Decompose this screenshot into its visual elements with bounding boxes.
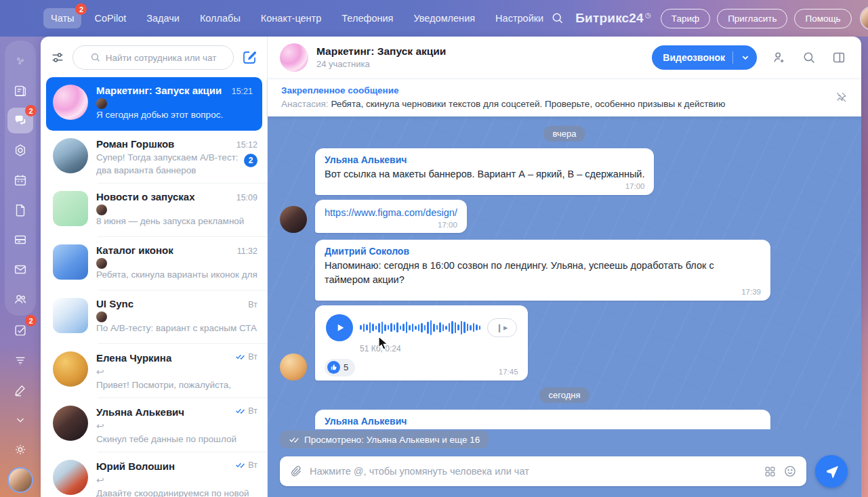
sidebar-item-sites[interactable] — [7, 137, 33, 163]
play-button[interactable] — [326, 314, 353, 341]
chevron-down-icon[interactable] — [738, 50, 753, 65]
seen-row: Просмотрено: Ульяна Алькевич и еще 16 — [268, 429, 861, 454]
sidebar-item-crm[interactable] — [7, 347, 33, 373]
message-author[interactable]: Ульяна Алькевич — [325, 416, 761, 427]
figma-link[interactable]: https://www.figma.com/design/ — [325, 207, 457, 218]
playback-speed-button[interactable]: ❙▸ — [487, 318, 517, 337]
chat-list-item[interactable]: UI SyncВтПо А/В-тесту: вариант с красным… — [41, 290, 267, 344]
double-check-icon — [235, 406, 245, 416]
attach-icon[interactable] — [289, 464, 303, 478]
message-time: 17:45 — [499, 368, 518, 376]
send-button[interactable] — [815, 455, 848, 488]
pinned-message-bar[interactable]: Закрепленное сообщение Анастасия: Ребята… — [268, 79, 861, 116]
sidebar-profile-avatar[interactable] — [9, 469, 32, 492]
message-bubble[interactable]: Ульяна АлькевичЯ сегодня добью этот вопр… — [315, 410, 770, 429]
message-bubble[interactable]: ❙▸51 Кб, 0:24517:45 — [315, 305, 528, 381]
conversation-header: Маркетинг: Запуск акции 24 участника Вид… — [268, 37, 861, 79]
emoji-icon[interactable] — [783, 464, 797, 478]
sidebar-item-mail[interactable] — [7, 257, 33, 282]
top-navbar: Чаты2CoPilotЗадачиКоллабыКонакт-центрТел… — [0, 0, 868, 37]
tab-задачи[interactable]: Задачи — [139, 8, 187, 28]
messenger-icon — [13, 113, 28, 128]
message-input[interactable]: Нажмите @, чтобы упомянуть человека или … — [280, 456, 806, 486]
tab-телефония[interactable]: Телефония — [334, 8, 400, 28]
chat-preview: 8 июня — день запуска рекламной компании… — [96, 204, 257, 230]
chat-name: Юрий Волошин — [96, 460, 230, 472]
chat-meta: Вт — [235, 460, 257, 470]
tab-уведомления[interactable]: Уведомления — [406, 8, 482, 28]
chat-list-item[interactable]: Новости о запусках15:098 июня — день зап… — [41, 183, 267, 237]
sidebar-item-tasks[interactable]: 2 — [7, 318, 33, 343]
unpin-icon[interactable] — [835, 91, 848, 104]
sites-icon — [13, 143, 28, 158]
topbar-button-пригласить[interactable]: Пригласить — [717, 9, 787, 28]
seen-status[interactable]: Просмотрено: Ульяна Алькевич и еще 16 — [280, 431, 489, 448]
add-member-icon[interactable] — [772, 50, 787, 65]
reaction-pill[interactable]: 5 — [325, 359, 355, 376]
sidebar-item-copilot[interactable] — [7, 48, 33, 74]
message-bubble[interactable]: https://www.figma.com/design/17:00 — [315, 200, 467, 234]
chat-list-header: Найти сотрудника или чат — [41, 37, 267, 77]
chat-time: Вт — [248, 406, 257, 416]
sidebar-item-drive[interactable] — [7, 227, 33, 253]
sidebar-item-settings[interactable] — [7, 437, 33, 462]
chat-preview: Супер! Тогда запускаем А/В-тест: два вар… — [96, 152, 244, 177]
search-in-chat-icon[interactable] — [802, 50, 817, 65]
double-check-icon — [235, 351, 245, 362]
tab-настройки[interactable]: Настройки — [488, 8, 551, 28]
filter-icon[interactable] — [50, 50, 65, 65]
sidebar-item-calendar[interactable] — [7, 167, 33, 193]
message-bubble[interactable]: Ульяна АлькевичВот ссылка на макеты банн… — [315, 148, 654, 195]
voice-message: ❙▸ — [325, 311, 518, 341]
video-call-button[interactable]: Видеозвонок — [652, 45, 757, 70]
chat-list-item[interactable]: Каталог иконок11:32Ребята, скинула вариа… — [41, 237, 267, 290]
feed-icon — [13, 83, 28, 98]
read-checks — [235, 351, 245, 362]
message-time: 17:39 — [325, 288, 761, 297]
search-input[interactable]: Найти сотрудника или чат — [73, 45, 234, 70]
sidebar-item-chevron-down[interactable] — [7, 407, 33, 433]
chat-list-item[interactable]: Маркетинг: Запуск акции15:21Я сегодня до… — [46, 77, 262, 131]
main-area: 22 Найти сотрудника или чат Маркетинг: З… — [0, 37, 868, 497]
chat-avatar — [53, 460, 88, 495]
chat-avatar[interactable] — [280, 43, 308, 72]
profile-avatar[interactable] — [861, 7, 868, 29]
mini-avatar — [96, 98, 107, 109]
date-divider-label: вчера — [543, 126, 586, 142]
sidebar-item-messenger[interactable]: 2 — [7, 108, 33, 133]
chat-preview: ↩Давайте скоординируемся по новой акции.… — [96, 474, 257, 497]
sidebar-item-sign[interactable] — [7, 377, 33, 403]
chat-item-body: Маркетинг: Запуск акции15:21Я сегодня до… — [96, 85, 253, 124]
sidebar-item-feed[interactable] — [7, 78, 33, 104]
message-link[interactable]: https://www.figma.com/design/ — [325, 206, 457, 220]
tab-коллабы[interactable]: Коллабы — [192, 8, 248, 28]
topbar-button-помощь[interactable]: Помощь — [794, 9, 851, 28]
tab-чаты[interactable]: Чаты2 — [43, 8, 81, 28]
people-icon — [13, 292, 28, 307]
chat-preview: По А/В-тесту: вариант с красным СТА дал … — [96, 311, 257, 337]
chat-list-item[interactable]: Юрий ВолошинВт↩Давайте скоординируемся п… — [41, 452, 267, 497]
message-bubble[interactable]: Дмитрий СоколовНапоминаю: сегодня в 16:0… — [315, 240, 770, 301]
compose-icon[interactable] — [241, 49, 257, 66]
tab-copilot[interactable]: CoPilot — [87, 8, 133, 28]
message-avatar[interactable] — [280, 206, 307, 233]
side-panel-icon[interactable] — [831, 50, 846, 65]
chat-list-item[interactable]: Елена ЧуркинаВт↩Привет! Посмотри, пожалу… — [41, 344, 267, 398]
message-time: 17:00 — [325, 183, 644, 191]
waveform[interactable] — [360, 319, 480, 337]
crm-icon — [13, 353, 28, 368]
sidebar-item-people[interactable] — [7, 286, 33, 312]
global-search-icon[interactable] — [551, 12, 564, 25]
message-author[interactable]: Ульяна Алькевич — [325, 154, 644, 165]
chat-name: Маркетинг: Запуск акции — [96, 85, 226, 96]
apps-grid-icon[interactable] — [764, 465, 777, 478]
sidebar-item-docs[interactable] — [7, 197, 33, 223]
chat-list-item[interactable]: Ульяна АлькевичВт↩Скинул тебе данные по … — [41, 398, 267, 452]
play-icon — [335, 322, 346, 333]
clock-icon: ◷ — [645, 12, 651, 19]
topbar-button-тариф[interactable]: Тариф — [661, 9, 710, 28]
message-author[interactable]: Дмитрий Соколов — [325, 246, 761, 257]
message-avatar[interactable] — [280, 353, 307, 381]
tab-конакт-центр[interactable]: Конакт-центр — [253, 8, 329, 28]
chat-list-item[interactable]: Роман Горшков15:12Супер! Тогда запускаем… — [41, 131, 267, 183]
